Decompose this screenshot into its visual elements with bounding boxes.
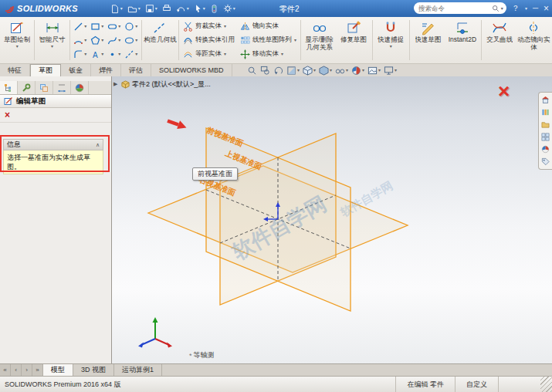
custom-toolbar-state[interactable]: 自定义 — [455, 377, 498, 392]
construction-geometry-button[interactable]: 构造几何线 — [144, 19, 177, 62]
tab-model[interactable]: 模型 — [43, 364, 73, 376]
select-button[interactable]: ▾ — [194, 4, 205, 13]
intersection-curve-button[interactable]: 交叉曲线 — [483, 19, 516, 62]
tab-motion-study[interactable]: 运动算例1 — [114, 364, 162, 376]
intersection-curve-icon — [492, 20, 507, 35]
caret-down-icon[interactable]: ▾ — [525, 6, 527, 11]
new-document-button[interactable]: ▾ — [110, 4, 123, 14]
hide-show-items-button[interactable]: ▾ — [335, 66, 348, 76]
apply-scene-button[interactable]: ▾ — [367, 66, 381, 76]
info-section-header[interactable]: 信息 ∧ — [3, 139, 103, 150]
options-button[interactable]: ▾ — [223, 4, 235, 13]
trim-entities-button[interactable]: 剪裁实体 ▾ — [181, 20, 237, 33]
zoom-fit-button[interactable] — [247, 66, 257, 76]
property-manager-tab[interactable] — [18, 81, 36, 94]
sketch-fillet-tool[interactable]: ▾ — [72, 47, 89, 61]
reference-triad — [135, 314, 175, 351]
display-style-button[interactable]: ▾ — [319, 66, 332, 76]
info-message: 选择一基准面为实体生成草图。 — [3, 150, 103, 174]
resize-grip[interactable] — [540, 377, 552, 392]
minimize-button[interactable]: ─ — [533, 5, 538, 12]
rapid-sketch-icon — [421, 20, 436, 35]
move-entities-button[interactable]: 移动实体 ▾ — [238, 48, 299, 61]
open-document-button[interactable]: ▾ — [127, 4, 141, 14]
help-button[interactable]: ？ — [512, 5, 520, 12]
sketch-button[interactable]: 草图绘制 ▾ — [2, 19, 32, 62]
view-orientation-button[interactable]: ▾ — [303, 66, 316, 76]
view-palette-button[interactable] — [540, 132, 550, 142]
command-search[interactable]: ▾ — [414, 2, 506, 14]
tab-label: SOLIDWORKS MBD — [159, 66, 224, 74]
tab-evaluate[interactable]: 评估 — [121, 64, 151, 76]
command-search-input[interactable] — [417, 4, 490, 13]
smart-dimension-label: 智能尺寸 — [39, 36, 66, 44]
caret-down-icon: ▾ — [155, 6, 157, 11]
corner-rectangle-tool[interactable]: ▾ — [89, 19, 106, 33]
display-relations-label: 显示/删除几何关系 — [303, 36, 336, 52]
ribbon-tab-row: 特征 草图 钣金 焊件 评估 SOLIDWORKS MBD ▾ ▾ ▾ — [0, 64, 552, 77]
caret-down-icon: ▾ — [501, 6, 503, 11]
resources-home-button[interactable] — [540, 95, 550, 105]
tab-sketch[interactable]: 草图 — [30, 64, 61, 76]
tab-label: 钣金 — [69, 66, 83, 76]
display-manager-tab[interactable] — [71, 81, 89, 94]
tab-3d-views[interactable]: 3D 视图 — [73, 364, 114, 376]
previous-view-button[interactable] — [273, 66, 283, 76]
dynamic-mirror-button[interactable]: 动态镜向实体 — [517, 19, 550, 62]
file-explorer-button[interactable] — [540, 120, 550, 130]
ellipse-tool[interactable]: ▾ — [123, 33, 140, 47]
nav-prev-button[interactable]: ‹ — [11, 364, 22, 376]
slot-tool[interactable]: ▾ — [106, 19, 123, 33]
bottom-tab-label: 模型 — [51, 365, 65, 375]
sketch-entity-grid: ▾ ▾ ▾ ▾ ▾ ▾ ▾ ▾ — [72, 19, 140, 62]
view-settings-button[interactable]: ▾ — [384, 66, 397, 76]
design-library-button[interactable] — [540, 107, 550, 117]
info-header-label: 信息 — [7, 140, 21, 150]
custom-properties-button[interactable] — [540, 157, 550, 167]
arc-tool[interactable]: ▾ — [72, 33, 89, 47]
tab-features[interactable]: 特征 — [0, 64, 30, 76]
section-view-button[interactable]: ▾ — [286, 66, 300, 76]
polygon-tool[interactable]: ▾ — [89, 33, 106, 47]
quick-snaps-button[interactable]: 快速捕捉 ▾ — [374, 19, 408, 62]
nav-last-button[interactable]: » — [32, 364, 43, 376]
undo-button[interactable]: ▾ — [176, 4, 189, 14]
appearances-button[interactable] — [540, 144, 550, 154]
mirror-entities-button[interactable]: 镜向实体 — [238, 20, 299, 33]
brand-text: SOLIDWORKS — [17, 4, 78, 13]
print-button[interactable] — [162, 4, 171, 13]
graphics-viewport[interactable]: ▶ 零件2 (默认<<默认>_显... — [112, 76, 552, 363]
centerline-tool[interactable]: ▾ — [123, 47, 140, 61]
configuration-manager-tab[interactable] — [36, 81, 53, 94]
cancel-button[interactable]: × — [5, 110, 10, 120]
spline-tool[interactable]: ▾ — [106, 33, 123, 47]
rapid-sketch-button[interactable]: 快速草图 — [411, 19, 445, 62]
zoom-area-button[interactable] — [260, 66, 270, 76]
instant2d-button[interactable]: Instant2D — [445, 19, 479, 62]
tab-solidworks-mbd[interactable]: SOLIDWORKS MBD — [151, 64, 232, 76]
feature-manager-tab[interactable] — [0, 81, 18, 94]
save-button[interactable]: ▾ — [145, 4, 157, 13]
repair-sketch-icon — [346, 20, 361, 35]
solidworks-logo: SOLIDWORKS — [4, 3, 78, 14]
smart-dimension-button[interactable]: 智能尺寸 ▾ — [36, 19, 67, 62]
tab-weldments[interactable]: 焊件 — [91, 64, 121, 76]
display-relations-button[interactable]: 显示/删除几何关系 — [303, 19, 336, 62]
tab-sheet-metal[interactable]: 钣金 — [61, 64, 91, 76]
linear-pattern-button[interactable]: 线性草图阵列 ▾ — [238, 34, 299, 47]
nav-first-button[interactable]: « — [0, 364, 11, 376]
edit-appearance-button[interactable]: ▾ — [351, 66, 364, 76]
line-tool[interactable]: ▾ — [72, 19, 89, 33]
caret-down-icon: ▾ — [101, 24, 103, 29]
close-window-button[interactable]: × — [544, 4, 549, 13]
point-tool[interactable]: ▾ — [106, 47, 123, 61]
circle-tool[interactable]: ▾ — [123, 19, 140, 33]
convert-entities-button[interactable]: 转换实体引用 — [181, 34, 237, 47]
offset-entities-button[interactable]: 等距实体 ▾ — [181, 48, 237, 61]
cancel-sketch-button[interactable]: × — [498, 81, 510, 101]
rebuild-button[interactable] — [210, 5, 218, 13]
nav-next-button[interactable]: › — [22, 364, 32, 376]
repair-sketch-button[interactable]: 修复草图 — [337, 19, 370, 62]
text-tool[interactable]: A ▾ — [89, 47, 106, 61]
dimxpert-manager-tab[interactable] — [53, 81, 71, 94]
